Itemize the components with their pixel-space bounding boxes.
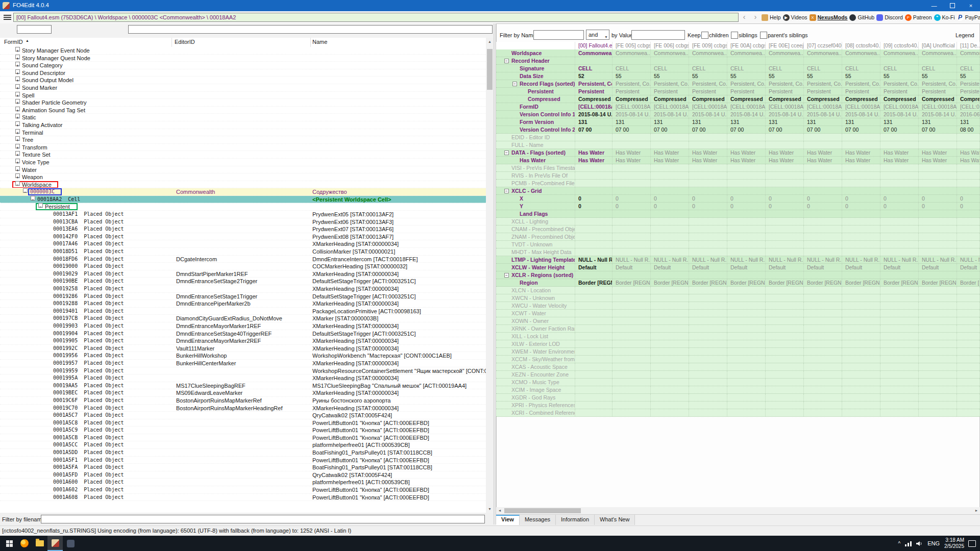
close-button[interactable]: × — [962, 0, 980, 11]
table-row[interactable]: EDID - Editor ID — [496, 134, 980, 141]
plugin-column-header[interactable]: [FE 009] ccbgsf... — [689, 42, 727, 49]
table-row[interactable]: Y00000000000 — [496, 203, 980, 210]
plugin-column-header[interactable]: [FE 00E] cceejf... — [766, 42, 804, 49]
table-row[interactable]: −DATA - Flags (sorted)Has WaterHas Water… — [496, 149, 980, 157]
link-patreon[interactable]: PPatreon — [905, 14, 932, 21]
tree-row[interactable]: −0000003CCommonwealthСодружество — [0, 188, 486, 196]
scroll-up-icon[interactable]: ▲ — [486, 38, 494, 45]
table-row[interactable]: XCMO - Music Type — [496, 379, 980, 386]
link-help[interactable]: Help — [762, 14, 781, 21]
table-row[interactable]: MHDT - Max Height Data — [496, 248, 980, 256]
tree-row[interactable]: 0001A5DD Placed ObjectBoatFishing01_Part… — [0, 449, 486, 457]
table-row[interactable]: WorldspaceCommonwea...Commonwea...Common… — [496, 49, 980, 57]
link-kofi[interactable]: ❞Ko-Fi — [934, 14, 955, 21]
editorid-input[interactable] — [128, 25, 493, 34]
link-nexusmods[interactable]: XNexusMods — [810, 14, 848, 21]
table-row[interactable]: XCRI - Combined References — [496, 409, 980, 417]
tree-row[interactable]: 00013EA6 Placed ObjectPrydwenExt07 [STAT… — [0, 226, 486, 233]
tab-whatsnew[interactable]: What's New — [595, 515, 635, 525]
tree-row[interactable]: 00019904 Placed ObjectDmndEntranceSetSta… — [0, 330, 486, 338]
expand-icon[interactable]: + — [15, 166, 20, 171]
table-row[interactable]: CNAM - Precombined Objec... — [496, 226, 980, 233]
taskbar-clock[interactable]: 3:18 AM 2/5/2025 — [944, 537, 964, 549]
tree-row[interactable]: 0001A600 Placed Objectplatformhelperfree… — [0, 479, 486, 486]
tree-row[interactable]: 00019C6F Placed ObjectBostonAirportRuins… — [0, 397, 486, 405]
tree-row[interactable]: 00019286 Placed ObjectDmndEntranceSetSta… — [0, 293, 486, 300]
table-row[interactable]: LTMP - Lighting TemplateNULL - Null R...… — [496, 256, 980, 264]
scroll-left-icon[interactable]: ◄ — [496, 507, 503, 514]
tree-row[interactable]: +Tree — [0, 136, 486, 144]
tree-row[interactable]: −Persistent — [0, 203, 486, 211]
collapse-icon[interactable]: − — [31, 196, 35, 201]
plugin-column-header[interactable]: [FE 006] ccbgsf... — [651, 42, 689, 49]
table-row[interactable]: SignatureCELLCELLCELLCELLCELLCELLCELLCEL… — [496, 65, 980, 72]
tree-row[interactable]: 00019288 Placed ObjectDmndEntrancePiperM… — [0, 300, 486, 308]
table-row[interactable]: VISI - PreVis Files Timestamp — [496, 164, 980, 172]
scrollbar-thumb[interactable] — [487, 49, 493, 90]
collapse-icon[interactable]: − — [15, 181, 20, 186]
tree-row[interactable]: 0001A5CC Placed Objectplatformhelperfree… — [0, 441, 486, 449]
tree-row[interactable]: +Static — [0, 114, 486, 121]
expand-icon[interactable]: + — [15, 121, 20, 126]
tree-row[interactable]: 00019956 Placed ObjectBunkerHillWorkshop… — [0, 352, 486, 360]
expand-icon[interactable]: + — [15, 62, 20, 66]
nav-forward-icon[interactable]: › — [751, 12, 760, 21]
maximize-button[interactable] — [943, 0, 962, 11]
table-row[interactable]: Land Flags — [496, 210, 980, 218]
table-row[interactable]: Data Size5255555555555555555555 — [496, 72, 980, 80]
column-header-name[interactable]: Name — [312, 39, 327, 45]
filter-operator-select[interactable]: and ▼ — [586, 30, 609, 40]
tree-row[interactable]: 0001A602 Placed ObjectPowerLiftButton01 … — [0, 486, 486, 494]
table-row[interactable]: Has WaterHas WaterHas WaterHas WaterHas … — [496, 157, 980, 164]
tree-row[interactable]: 00019903 Placed ObjectDmndEntranceMayorM… — [0, 322, 486, 330]
breadcrumb[interactable]: [00] Fallout4.esm (75D3D6CA) \ Worldspac… — [13, 13, 739, 22]
expand-icon[interactable]: + — [15, 47, 20, 52]
expand-icon[interactable]: + — [15, 173, 20, 178]
tree-row[interactable]: +Story Manager Event Node — [0, 47, 486, 55]
minimize-button[interactable]: — — [925, 0, 943, 11]
tree-row[interactable]: +Animation Sound Tag Set — [0, 107, 486, 114]
tree-row[interactable]: +Spell — [0, 92, 486, 99]
tree-row[interactable]: 000142F0 Placed ObjectPrydwenExt08 [STAT… — [0, 233, 486, 241]
table-row[interactable]: FormID[CELL:00018A...[CELL:00018A...[CEL… — [496, 103, 980, 111]
collapse-icon[interactable]: − — [504, 151, 509, 155]
expand-icon[interactable]: + — [15, 92, 20, 96]
tree-row[interactable]: +Story Manager Quest Node — [0, 55, 486, 62]
link-videos[interactable]: ▶Videos — [783, 14, 807, 21]
filter-by-name-input[interactable] — [533, 30, 584, 40]
taskbar-fo4edit-button[interactable] — [47, 536, 63, 551]
tab-messages[interactable]: Messages — [520, 515, 556, 525]
tree-row[interactable]: 0001A5C9 Placed ObjectPowerLiftButton01 … — [0, 427, 486, 434]
table-row[interactable]: XCCM - Sky/Weather from R... — [496, 356, 980, 363]
taskbar-app-button[interactable] — [63, 536, 78, 551]
table-row[interactable]: XCLW - Water HeightDefaultDefaultDefault… — [496, 264, 980, 271]
tree-row[interactable]: 00018FD6 Placed ObjectDCgateIntercomDmnd… — [0, 256, 486, 263]
tree-row[interactable]: 00019029 Placed ObjectDmndStartPiperMark… — [0, 270, 486, 278]
table-row[interactable]: XWCU - Water Velocity — [496, 302, 980, 310]
tree-row[interactable]: 0001992C Placed ObjectVault111MarkerXMar… — [0, 345, 486, 353]
tree-row[interactable]: +Transform — [0, 144, 486, 152]
tree-row[interactable]: 0001A5FA Placed ObjectBoatFishing01_Part… — [0, 464, 486, 471]
table-row[interactable]: XCAS - Acoustic Space — [496, 363, 980, 371]
collapse-icon[interactable]: − — [504, 59, 509, 63]
tree-row[interactable]: 0001A5C8 Placed ObjectPowerLiftButton01 … — [0, 419, 486, 427]
table-row[interactable]: Version Control Info 12015-08-14 U...201… — [496, 111, 980, 118]
collapse-icon[interactable]: − — [512, 82, 517, 86]
tree-row[interactable]: 00019000 Placed ObjectCOCMarkerHeading [… — [0, 263, 486, 270]
table-row[interactable]: X00000000000 — [496, 195, 980, 203]
action-center-icon[interactable] — [968, 540, 976, 547]
collapse-icon[interactable]: − — [38, 203, 43, 208]
tree-row[interactable]: 00019959 Placed ObjectWorkshopResourceCo… — [0, 367, 486, 375]
network-icon[interactable] — [905, 541, 912, 546]
expand-icon[interactable]: + — [15, 144, 20, 148]
table-row[interactable]: XEZN - Encounter Zone — [496, 371, 980, 379]
expand-icon[interactable]: + — [15, 69, 20, 74]
table-row[interactable]: XLCN - Location — [496, 287, 980, 294]
plugin-column-header[interactable]: [FE 00A] ccbgs... — [727, 42, 766, 49]
table-row[interactable]: TVDT - Unknown — [496, 241, 980, 248]
plugin-column-header[interactable]: [09] cctosfo40... — [880, 42, 919, 49]
taskbar-explorer-button[interactable] — [32, 536, 47, 551]
table-row[interactable]: −XCLC - Grid — [496, 187, 980, 195]
keep-children-checkbox[interactable] — [701, 32, 708, 39]
table-row[interactable]: FULL - Name — [496, 141, 980, 149]
